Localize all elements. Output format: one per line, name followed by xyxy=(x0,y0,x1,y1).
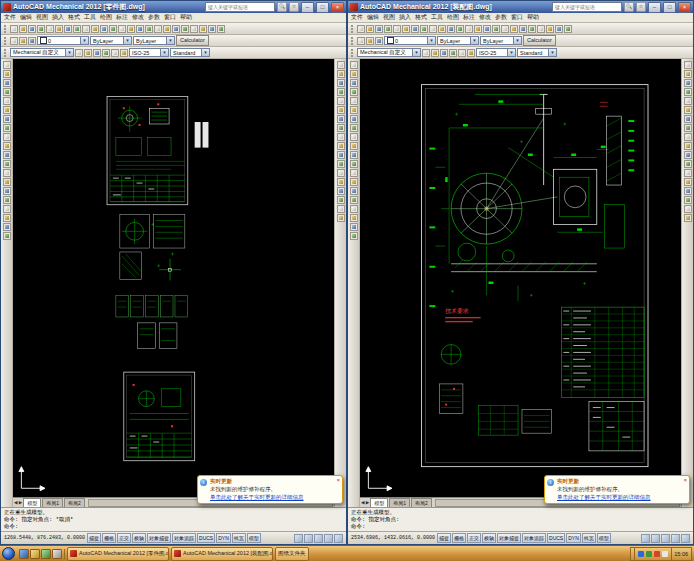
menu-item[interactable]: 窗口 xyxy=(511,13,523,22)
gradient-icon[interactable] xyxy=(350,196,358,204)
sheet-set-manager-icon[interactable] xyxy=(190,25,198,33)
zoom-previous-icon[interactable] xyxy=(154,25,162,33)
input-method-icon[interactable] xyxy=(662,551,668,557)
match-properties-icon[interactable] xyxy=(91,25,99,33)
communication-center-icon[interactable]: ☆ xyxy=(636,2,646,12)
drawing-canvas[interactable]: ◀ ▶ 模型 布局1 布局2 xyxy=(13,59,334,507)
balloon-link[interactable]: 单击此处了解关于实时更新的详细信息 xyxy=(557,494,679,501)
designcenter-icon[interactable] xyxy=(172,25,180,33)
tab-layout1[interactable]: 布局1 xyxy=(389,498,410,507)
menu-item[interactable]: 文件 xyxy=(351,13,363,22)
linetype-combo[interactable]: ByLayer ▼ xyxy=(480,36,522,45)
copy-clip-icon[interactable] xyxy=(73,25,81,33)
toolbar-lock-icon[interactable] xyxy=(324,534,333,543)
ellipse-arc-icon[interactable] xyxy=(350,151,358,159)
menu-item[interactable]: 帮助 xyxy=(180,13,192,22)
extend-icon[interactable] xyxy=(684,151,692,159)
add-selected-icon[interactable] xyxy=(3,232,11,240)
status-toggle[interactable]: DUCS xyxy=(547,533,565,543)
multiline-text-icon[interactable] xyxy=(350,223,358,231)
ellipse-icon[interactable] xyxy=(3,142,11,150)
spline-icon[interactable] xyxy=(3,133,11,141)
move-icon[interactable] xyxy=(684,106,692,114)
polyline-icon[interactable] xyxy=(350,79,358,87)
qnew-icon[interactable] xyxy=(357,25,365,33)
tab-nav-arrows[interactable]: ◀ ▶ xyxy=(361,500,369,505)
stretch-icon[interactable] xyxy=(337,133,345,141)
make-object-layer-current-icon[interactable] xyxy=(28,37,36,45)
break-icon[interactable] xyxy=(684,169,692,177)
layer-combo[interactable]: 0 ▼ xyxy=(37,36,89,45)
restore-button[interactable]: □ xyxy=(663,2,676,13)
mirror-icon[interactable] xyxy=(337,79,345,87)
menu-item[interactable]: 工具 xyxy=(84,13,96,22)
status-toggle[interactable]: 正交 xyxy=(117,533,131,543)
clean-screen-icon[interactable] xyxy=(334,534,343,543)
blend-curves-icon[interactable] xyxy=(684,205,692,213)
line-icon[interactable] xyxy=(3,61,11,69)
menu-item[interactable]: 参数 xyxy=(495,13,507,22)
status-toggle[interactable]: 模型 xyxy=(247,533,261,543)
textstyle-combo[interactable]: Standard ▼ xyxy=(517,48,557,57)
save-workspace-icon[interactable] xyxy=(84,49,92,57)
volume-icon[interactable] xyxy=(638,551,644,557)
object-snap-icon[interactable] xyxy=(458,49,466,57)
search-icon[interactable]: 🔍 xyxy=(277,2,287,12)
insert-block-icon[interactable] xyxy=(350,160,358,168)
polyline-icon[interactable] xyxy=(3,79,11,87)
help-icon[interactable] xyxy=(217,25,225,33)
communication-center-icon[interactable]: ☆ xyxy=(289,2,299,12)
status-right-icons[interactable] xyxy=(294,534,343,543)
status-right-icons[interactable] xyxy=(641,534,690,543)
make-object-layer-current-icon[interactable] xyxy=(375,37,383,45)
ortho-icon[interactable] xyxy=(467,49,475,57)
array-icon[interactable] xyxy=(337,97,345,105)
tab-nav-arrows[interactable]: ◀ ▶ xyxy=(14,500,22,505)
fillet-icon[interactable] xyxy=(337,196,345,204)
layer-combo[interactable]: 0 ▼ xyxy=(384,36,436,45)
status-toggle[interactable]: 对象捕捉 xyxy=(147,533,171,543)
status-toggles[interactable]: 捕捉栅格正交极轴对象捕捉对象追踪DUCSDYN线宽模型 xyxy=(87,533,261,543)
revcloud-icon[interactable] xyxy=(350,124,358,132)
save-icon[interactable] xyxy=(28,25,36,33)
status-toggle[interactable]: 捕捉 xyxy=(437,533,451,543)
ie-icon[interactable] xyxy=(19,549,29,559)
copy-icon[interactable] xyxy=(337,70,345,78)
hatch-icon[interactable] xyxy=(350,187,358,195)
ellipse-icon[interactable] xyxy=(350,142,358,150)
scale-icon[interactable] xyxy=(684,124,692,132)
menu-item[interactable]: 编辑 xyxy=(367,13,379,22)
offset-icon[interactable] xyxy=(337,88,345,96)
paste-icon[interactable] xyxy=(429,25,437,33)
help-icon[interactable] xyxy=(564,25,572,33)
circle-icon[interactable] xyxy=(3,115,11,123)
open-icon[interactable] xyxy=(366,25,374,33)
make-block-icon[interactable] xyxy=(350,169,358,177)
properties-icon[interactable] xyxy=(510,25,518,33)
status-toggle[interactable]: 线宽 xyxy=(232,533,246,543)
zoom-window-icon[interactable] xyxy=(145,25,153,33)
menu-item[interactable]: 标注 xyxy=(463,13,475,22)
menu-item[interactable]: 修改 xyxy=(132,13,144,22)
balloon-link[interactable]: 单击此处了解关于实时更新的详细信息 xyxy=(210,494,332,501)
join-icon[interactable] xyxy=(337,178,345,186)
blend-curves-icon[interactable] xyxy=(337,205,345,213)
designcenter-icon[interactable] xyxy=(519,25,527,33)
fillet-icon[interactable] xyxy=(684,196,692,204)
status-toggle[interactable]: 栅格 xyxy=(452,533,466,543)
tab-layout1[interactable]: 布局1 xyxy=(42,498,63,507)
command-prompt[interactable]: 命令: xyxy=(351,523,690,530)
rectangle-icon[interactable] xyxy=(3,97,11,105)
add-selected-icon[interactable] xyxy=(350,232,358,240)
redo-icon[interactable] xyxy=(465,25,473,33)
status-toggle[interactable]: DYN xyxy=(216,533,231,543)
spline-icon[interactable] xyxy=(350,133,358,141)
taskbar-button-1[interactable]: AutoCAD Mechanical 2012 [零件图.dwg] xyxy=(67,547,169,561)
chamfer-icon[interactable] xyxy=(684,187,692,195)
cut-icon[interactable] xyxy=(64,25,72,33)
publish-icon[interactable] xyxy=(402,25,410,33)
zoom-previous-icon[interactable] xyxy=(501,25,509,33)
trim-icon[interactable] xyxy=(337,142,345,150)
insert-block-icon[interactable] xyxy=(3,160,11,168)
titlebar[interactable]: AutoCAD Mechanical 2012 [零件图.dwg] 🔍 ☆ – … xyxy=(1,1,346,13)
